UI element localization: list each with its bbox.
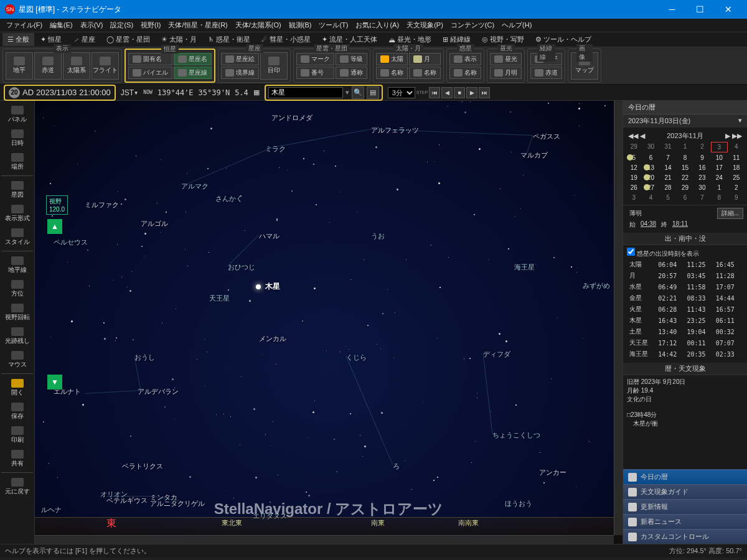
lbtn-panel[interactable]: パネル <box>1 103 33 126</box>
menu-edit[interactable]: 編集(E) <box>46 19 77 31</box>
btn-dsoname[interactable]: 通称 <box>336 67 367 79</box>
link-news[interactable]: 新着ニュース <box>623 514 747 529</box>
btn-moon[interactable]: 月 <box>409 53 441 65</box>
btn-sunname[interactable]: 名称 <box>376 67 408 79</box>
btn-grideq[interactable]: 赤道 <box>530 67 562 79</box>
btn-dsomark[interactable]: マーク <box>296 53 334 65</box>
tz-label[interactable]: JST▾ <box>121 88 139 97</box>
longitude[interactable]: 139°44'E <box>157 88 194 97</box>
pan-up-button[interactable]: ▲ <box>47 219 62 234</box>
lbtn-open[interactable]: 開く <box>1 376 33 399</box>
link-update[interactable]: 更新情報 <box>623 499 747 514</box>
btn-moonlight[interactable]: 月明 <box>490 67 522 79</box>
tgroup-dso: 星雲・星団 マーク 番号 等級 通称 <box>293 49 370 83</box>
tab-comet[interactable]: ☄ 彗星・小惑星 <box>256 33 316 46</box>
lbtn-undo[interactable]: 元に戻す <box>1 475 33 498</box>
btn-constline[interactable]: 星座線 <box>174 67 212 79</box>
detail-button[interactable]: 詳細... <box>717 208 743 219</box>
lbtn-location[interactable]: 場所 <box>1 151 33 173</box>
btn-constname[interactable]: 星座名 <box>174 53 212 65</box>
tab-sunmoon[interactable]: ☀ 太陽・月 <box>156 33 202 46</box>
menu-obs[interactable]: 観測(B) <box>285 19 316 31</box>
btn-bayer[interactable]: バイエル <box>128 67 172 79</box>
lbtn-trail[interactable]: 光跡残し <box>1 325 33 347</box>
next-button[interactable]: ▶ <box>466 87 477 98</box>
list-button[interactable]: ▤ <box>367 86 379 99</box>
btn-boundary[interactable]: 境界線 <box>221 67 259 79</box>
fov-value[interactable]: 5.4 <box>235 88 248 97</box>
search-input[interactable] <box>268 87 343 98</box>
menu-help[interactable]: ヘルプ(H) <box>498 19 535 31</box>
calendar-grid[interactable]: 2930311234567891011121314151617181920212… <box>626 142 745 202</box>
link-today[interactable]: 今日の暦 <box>623 469 747 484</box>
search-button[interactable]: 🔍 <box>352 86 364 99</box>
lbtn-save[interactable]: 保存 <box>1 400 33 422</box>
maximize-button[interactable]: ☐ <box>686 0 714 19</box>
sky-label: エルナト <box>54 387 81 396</box>
btn-marker[interactable]: 目印 <box>260 52 288 80</box>
lbtn-print[interactable]: 印刷 <box>1 424 33 446</box>
menu-solar[interactable]: 天体/太陽系(O) <box>232 19 285 31</box>
prev-button[interactable]: ◀ <box>441 87 453 98</box>
btn-dsonum[interactable]: 番号 <box>296 67 334 79</box>
minimize-button[interactable]: ─ <box>658 0 686 19</box>
btn-sun[interactable]: 太陽 <box>376 53 408 65</box>
lbtn-dispfmt[interactable]: 表示形式 <box>1 202 33 225</box>
lbtn-azimuth[interactable]: 方位 <box>1 278 33 300</box>
btn-solar[interactable]: 太陽系 <box>63 52 90 80</box>
sky-label: ルヘナ <box>41 505 62 515</box>
menu-view[interactable]: 表示(V) <box>77 19 107 31</box>
btn-propername[interactable]: 固有名 <box>128 53 172 65</box>
btn-constart[interactable]: 星座絵 <box>221 53 259 65</box>
tab-general[interactable]: ☰ 全般 <box>2 33 34 46</box>
lbtn-horizon[interactable]: 地平線 <box>1 254 33 276</box>
close-button[interactable]: ✕ <box>714 0 742 19</box>
vscrollbar[interactable] <box>614 101 622 535</box>
btn-flight[interactable]: フライト <box>92 52 119 80</box>
cal-prev[interactable]: ◀◀ ◀ <box>628 132 645 140</box>
lbtn-fovrot[interactable]: 視野回転 <box>1 301 33 324</box>
forward-button[interactable]: ⏭ <box>479 87 490 98</box>
btn-equator[interactable]: 赤道 <box>34 52 62 80</box>
btn-dsomag[interactable]: 等級 <box>336 53 367 65</box>
cal-next[interactable]: ▶ ▶▶ <box>725 132 742 140</box>
lbtn-share[interactable]: 共有 <box>1 447 33 470</box>
stop-button[interactable]: ■ <box>454 87 465 98</box>
display-icon[interactable]: ▦ <box>253 88 260 96</box>
link-custom[interactable]: カスタムコントロール <box>623 529 747 544</box>
menu-phenom[interactable]: 天文現象(P) <box>403 19 447 31</box>
menu-settings[interactable]: 設定(S) <box>106 19 137 31</box>
btn-moonname[interactable]: 名称 <box>409 67 441 79</box>
menu-fav[interactable]: お気に入り(A) <box>352 19 403 31</box>
btn-horizon[interactable]: 地平 <box>6 52 33 80</box>
panel-tab-today[interactable]: 今日の暦 <box>623 101 747 114</box>
lbtn-style[interactable]: スタイル <box>1 226 33 248</box>
rise-checkbox[interactable]: 惑星の出没時刻を表示 <box>627 250 699 257</box>
rewind-button[interactable]: ⏮ <box>429 87 440 98</box>
link-guide[interactable]: 天文現象ガイド <box>623 484 747 499</box>
btn-day[interactable]: 昼光 <box>490 53 522 65</box>
menu-stars[interactable]: 天体/恒星・星座(R) <box>164 19 231 31</box>
menu-content[interactable]: コンテンツ(C) <box>447 19 498 31</box>
menu-file[interactable]: ファイル(F) <box>2 19 46 31</box>
lbtn-datetime[interactable]: 日時 <box>1 127 33 149</box>
tab-dso[interactable]: ◯ 星雲・星団 <box>101 33 155 46</box>
fov-indicator[interactable]: 視野120.0 <box>46 195 68 215</box>
now-button[interactable]: NOW <box>143 90 152 95</box>
btn-planetshow[interactable]: 表示 <box>449 53 481 65</box>
sky-label: 海王星 <box>514 263 535 272</box>
sky-label: アルゴル <box>141 219 168 228</box>
latitude[interactable]: 35°39'N <box>199 88 230 97</box>
tab-const[interactable]: ⟋ 星座 <box>68 33 100 46</box>
lbtn-chart[interactable]: 星図 <box>1 179 33 201</box>
menu-fov[interactable]: 視野(I) <box>137 19 164 31</box>
lbtn-mouse[interactable]: マウス <box>1 348 33 371</box>
toolbar: 表示 地平 赤道 太陽系 フライト 恒星 固有名 バイエル 星座名 星座線 星座… <box>0 47 747 85</box>
step-select[interactable]: 3分 <box>388 87 415 98</box>
btn-planetname[interactable]: 名称 <box>449 67 481 79</box>
menu-tools[interactable]: ツール(T) <box>315 19 352 31</box>
dropdown-icon[interactable]: ▾ <box>345 88 349 96</box>
sky-view[interactable]: 視野120.0 ▲ ▼ アンドロメダアルフェラッツペガススマルカブミラクアルマク… <box>35 101 622 544</box>
datetime-box[interactable]: 20 AD 2023/11/03 21:00:00 <box>4 85 116 101</box>
hscrollbar[interactable] <box>35 535 614 544</box>
